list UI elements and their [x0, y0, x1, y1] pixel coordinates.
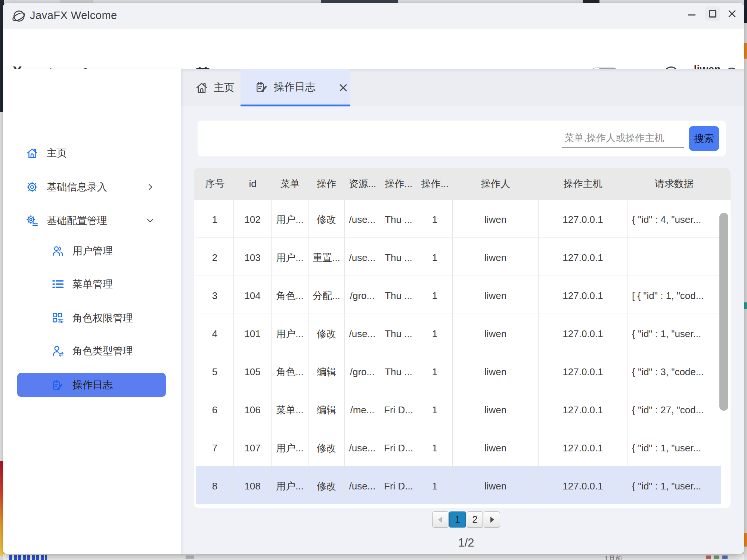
table-cell: [ { "id" : 1, "cod... — [627, 276, 721, 314]
search-input[interactable] — [562, 128, 684, 148]
maximize-button[interactable] — [705, 6, 720, 21]
users-icon — [52, 245, 64, 257]
column-header[interactable]: 操作 — [309, 168, 345, 200]
background-window-fragment — [744, 0, 747, 23]
table-cell: Thu ... — [380, 352, 417, 390]
table-row[interactable]: 5105角色...编辑/gro...Thu ...1liwen127.0.0.1… — [196, 352, 721, 390]
table-cell: Fri D... — [380, 390, 417, 428]
column-header[interactable]: 操作人 — [453, 168, 539, 200]
next-page-button[interactable] — [484, 511, 500, 528]
table-row[interactable]: 4101用户...修改/use...Thu ...1liwen127.0.0.1… — [196, 314, 721, 352]
vertical-scrollbar-thumb[interactable] — [719, 213, 728, 411]
table-cell: 127.0.0.1 — [539, 466, 627, 504]
gear-lines-icon — [26, 215, 38, 227]
table-cell: 角色... — [272, 352, 309, 390]
close-icon[interactable] — [338, 83, 348, 93]
table-cell: 102 — [234, 200, 272, 237]
previous-page-button[interactable] — [432, 511, 449, 528]
search-button[interactable]: 搜索 — [689, 126, 719, 151]
table-cell: 1 — [417, 428, 453, 466]
page-2-button[interactable]: 2 — [467, 511, 483, 528]
table-cell: 用户... — [272, 314, 309, 352]
table-cell: 重置... — [309, 238, 345, 276]
sidebar-item-home[interactable]: 主页 — [17, 141, 166, 165]
table-cell: 用户... — [272, 238, 309, 276]
table-cell: 4 — [196, 314, 234, 352]
table-row[interactable]: 7107用户...修改/use...Fri D...1liwen127.0.0.… — [196, 428, 721, 466]
column-header[interactable]: 资源... — [345, 168, 380, 200]
table-row[interactable]: 6106菜单...编辑/me...Fri D...1liwen127.0.0.1… — [196, 390, 721, 428]
sidebar-item-basic-info-entry[interactable]: 基础信息录入 — [17, 175, 166, 199]
table-cell: /use... — [345, 314, 380, 352]
minimize-button[interactable] — [684, 6, 699, 21]
tab-operation-log[interactable]: 操作日志 — [241, 69, 350, 106]
column-header[interactable]: 操作... — [380, 168, 417, 200]
sidebar-item-menu-management[interactable]: 菜单管理 — [17, 272, 166, 296]
list-icon — [52, 278, 64, 290]
chevron-down-icon — [146, 216, 155, 225]
table-cell: 编辑 — [309, 390, 345, 428]
table-cell: 用户... — [272, 466, 309, 504]
table-cell: liwen — [453, 352, 539, 390]
sidebar-item-label: 菜单管理 — [72, 277, 113, 291]
table-cell: 127.0.0.1 — [539, 390, 627, 428]
table-cell: 编辑 — [309, 352, 345, 390]
table-cell: 1 — [196, 200, 234, 237]
background-blue-bars-fragment — [9, 555, 47, 560]
table-cell: 1 — [417, 466, 453, 504]
table-cell: 修改 — [309, 466, 345, 504]
sidebar-item-operation-log[interactable]: 操作日志 — [17, 373, 166, 397]
table-cell: 127.0.0.1 — [539, 428, 627, 466]
table-row[interactable]: 8108用户...修改/use...Fri D...1liwen127.0.0.… — [196, 466, 721, 504]
table-cell: /use... — [345, 428, 380, 466]
tab-home[interactable]: 主页 — [187, 69, 243, 106]
table-cell: /use... — [345, 200, 380, 237]
table-cell: /use... — [345, 466, 380, 504]
background-glyph-fragment — [722, 556, 728, 559]
table-row[interactable]: 2103用户...重置.../use...Thu ...1liwen127.0.… — [196, 238, 721, 276]
table-cell: 修改 — [309, 428, 345, 466]
table-cell: 106 — [234, 390, 272, 428]
sidebar-item-label: 角色权限管理 — [72, 311, 133, 325]
table-cell: /gro... — [345, 352, 380, 390]
titlebar: JavaFX Welcome — [3, 3, 744, 29]
toolbar: X 暗色 — [3, 29, 744, 69]
notepad-pencil-icon — [52, 379, 64, 391]
table-cell: 103 — [234, 238, 272, 276]
table-cell: 角色... — [272, 276, 309, 314]
column-header[interactable]: 菜单 — [272, 168, 309, 200]
column-header[interactable]: id — [234, 168, 272, 200]
table-cell: 105 — [234, 352, 272, 390]
column-header[interactable]: 请求数据 — [627, 168, 721, 200]
sidebar-item-role-type-management[interactable]: 角色类型管理 — [17, 339, 166, 363]
operation-log-table: 序号id菜单操作资源...操作...操作...操作人操作主机请求数据 1102用… — [194, 168, 731, 508]
close-button[interactable] — [725, 6, 740, 21]
table-cell: liwen — [453, 428, 539, 466]
column-header[interactable]: 序号 — [196, 168, 234, 200]
sidebar-item-basic-config-management[interactable]: 基础配置管理 — [17, 209, 166, 233]
table-cell: liwen — [453, 466, 539, 504]
table-row[interactable]: 1102用户...修改/use...Thu ...1liwen127.0.0.1… — [196, 200, 721, 238]
page-1-button[interactable]: 1 — [449, 511, 466, 528]
tab-label: 主页 — [214, 81, 235, 95]
column-header[interactable]: 操作... — [417, 168, 453, 200]
table-cell: Thu ... — [380, 238, 417, 276]
table-cell: { "id" : 1, "user... — [627, 466, 721, 504]
table-cell: /use... — [345, 238, 380, 276]
grid-sliders-icon — [52, 312, 64, 324]
table-cell: 用户... — [272, 428, 309, 466]
background-window-fragment — [744, 533, 747, 547]
sidebar-item-user-management[interactable]: 用户管理 — [17, 239, 166, 263]
page-summary: 1/2 — [429, 536, 503, 550]
table-row[interactable]: 3104角色...分配.../gro...Thu ...1liwen127.0.… — [196, 276, 721, 314]
column-header[interactable]: 操作主机 — [539, 168, 627, 200]
sidebar-item-role-permission-management[interactable]: 角色权限管理 — [17, 306, 166, 330]
window-title: JavaFX Welcome — [30, 9, 117, 22]
table-cell: 127.0.0.1 — [539, 200, 627, 237]
table-cell: 127.0.0.1 — [539, 314, 627, 352]
sidebar-item-label: 基础信息录入 — [47, 180, 107, 194]
table-cell: liwen — [453, 238, 539, 276]
table-cell — [627, 238, 721, 276]
table-cell: liwen — [453, 276, 539, 314]
background-window-fragment — [744, 302, 747, 309]
